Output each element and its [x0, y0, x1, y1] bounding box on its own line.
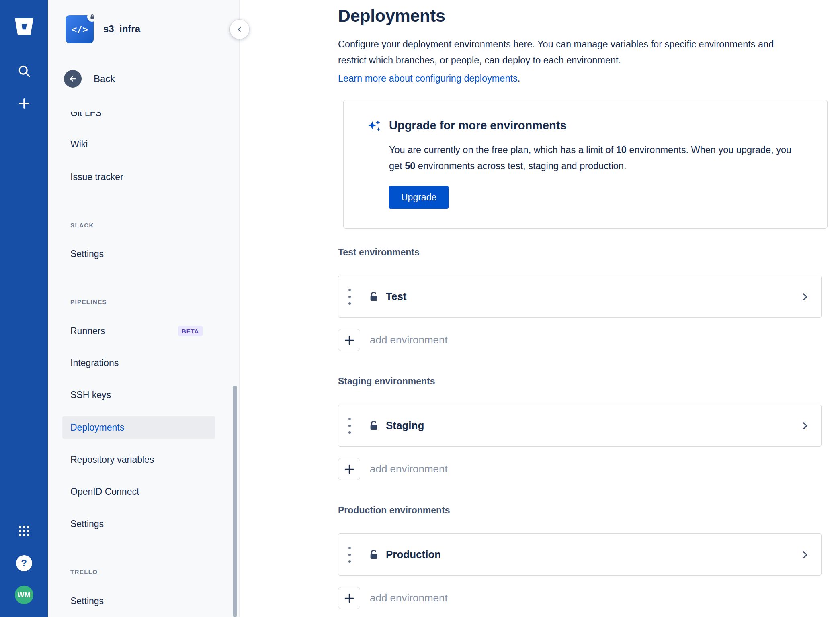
upgraded-limit: 50: [405, 161, 415, 171]
drag-handle-icon[interactable]: [338, 547, 361, 563]
environment-name: Staging: [386, 419, 424, 432]
sidebar-item-label: SSH keys: [70, 390, 111, 400]
back-arrow-icon: [64, 70, 82, 88]
drag-handle-icon[interactable]: [338, 418, 361, 434]
sidebar-item-label: Settings: [70, 596, 104, 607]
chevron-right-icon[interactable]: [799, 550, 810, 560]
sidebar-item-label: Repository variables: [70, 454, 154, 465]
section-header-trello: TRELLO: [70, 566, 98, 578]
upgrade-text-part: environments across test, staging and pr…: [415, 161, 626, 171]
sidebar-item-label: Runners: [70, 326, 105, 337]
learn-more-line: Learn more about configuring deployments…: [338, 73, 840, 84]
upgrade-card-title: Upgrade for more environments: [389, 119, 803, 132]
sidebar-item-label: Settings: [70, 519, 104, 529]
sidebar-item-label: Deployments: [70, 422, 124, 433]
repo-avatar[interactable]: </>: [66, 15, 94, 43]
sidebar-item-label: OpenID Connect: [70, 486, 139, 497]
sidebar-item-label: Settings: [70, 249, 104, 259]
add-environment-label: add environment: [370, 463, 448, 475]
section-label-staging: Staging environments: [338, 376, 840, 387]
environment-row-production[interactable]: Production: [338, 533, 822, 576]
repo-name: s3_infra: [103, 23, 140, 35]
sidebar-nav: Git LFS Wiki Issue tracker SLACK Setting…: [48, 112, 239, 617]
bitbucket-logo-icon[interactable]: [11, 14, 37, 39]
chevron-right-icon[interactable]: [799, 292, 810, 302]
private-lock-icon: [87, 12, 97, 22]
environment-row-staging[interactable]: Staging: [338, 405, 822, 447]
back-button[interactable]: Back: [64, 70, 115, 88]
create-plus-icon[interactable]: [14, 94, 34, 113]
add-environment-label: add environment: [370, 334, 448, 346]
environment-row-test[interactable]: Test: [338, 276, 822, 318]
upgrade-card: Upgrade for more environments You are cu…: [343, 100, 828, 229]
learn-more-period: .: [518, 73, 520, 84]
app-bar: ? WM: [0, 0, 48, 617]
premium-sparkle-icon: [366, 118, 382, 136]
free-plan-limit: 10: [616, 145, 627, 155]
user-avatar[interactable]: WM: [15, 586, 33, 604]
repo-avatar-code-glyph: </>: [71, 24, 88, 35]
unlock-icon: [368, 549, 380, 561]
add-environment-label: add environment: [370, 592, 448, 604]
learn-more-link[interactable]: Learn more about configuring deployments: [338, 73, 518, 84]
back-label: Back: [94, 73, 115, 84]
plus-icon: [338, 329, 360, 351]
main-content: Deployments Configure your deployment en…: [240, 0, 840, 617]
page-title: Deployments: [338, 6, 840, 26]
chevron-right-icon[interactable]: [799, 421, 810, 431]
upgrade-card-description: You are currently on the free plan, whic…: [389, 142, 795, 174]
upgrade-text-part: You are currently on the free plan, whic…: [389, 145, 616, 155]
sidebar-item-ssh-keys[interactable]: SSH keys: [62, 384, 215, 406]
search-icon[interactable]: [14, 61, 34, 81]
help-question-glyph: ?: [16, 555, 32, 571]
section-label-production: Production environments: [338, 505, 840, 516]
section-label-test: Test environments: [338, 247, 840, 258]
beta-badge: BETA: [178, 326, 203, 336]
drag-handle-icon[interactable]: [338, 289, 361, 305]
add-environment-button-test[interactable]: add environment: [338, 329, 448, 351]
sidebar-scrollbar[interactable]: [233, 386, 237, 617]
sidebar-item-integrations[interactable]: Integrations: [62, 351, 215, 374]
collapse-sidebar-button[interactable]: [230, 20, 249, 39]
sidebar-item-label: Issue tracker: [70, 172, 123, 182]
page-description: Configure your deployment environments h…: [338, 36, 784, 68]
sidebar: </> s3_infra Back Git LFS Wiki Issue tra…: [48, 0, 240, 617]
environment-name: Test: [386, 290, 407, 303]
unlock-icon: [368, 291, 380, 303]
unlock-icon: [368, 420, 380, 432]
section-header-pipelines: PIPELINES: [70, 296, 107, 308]
upgrade-button[interactable]: Upgrade: [389, 186, 449, 209]
sidebar-item-slack-settings[interactable]: Settings: [62, 243, 215, 265]
sidebar-item-wiki[interactable]: Wiki: [62, 133, 215, 155]
sidebar-item-trello-settings[interactable]: Settings: [62, 590, 215, 612]
sidebar-item-git-lfs[interactable]: Git LFS: [62, 112, 215, 124]
app-switcher-grid-icon[interactable]: [14, 521, 34, 541]
sidebar-item-issue-tracker[interactable]: Issue tracker: [62, 165, 215, 188]
sidebar-item-runners[interactable]: Runners BETA: [62, 320, 215, 342]
sidebar-item-pipelines-settings[interactable]: Settings: [62, 513, 215, 535]
add-environment-button-staging[interactable]: add environment: [338, 458, 448, 480]
sidebar-item-deployments[interactable]: Deployments: [62, 416, 215, 439]
sidebar-item-label: Git LFS: [70, 112, 102, 118]
sidebar-item-label: Integrations: [70, 358, 119, 368]
add-environment-button-production[interactable]: add environment: [338, 587, 448, 609]
sidebar-item-label: Wiki: [70, 139, 88, 150]
section-header-slack: SLACK: [70, 219, 94, 231]
plus-icon: [338, 587, 360, 609]
sidebar-item-repository-variables[interactable]: Repository variables: [62, 448, 215, 471]
environment-name: Production: [386, 548, 441, 561]
sidebar-item-openid-connect[interactable]: OpenID Connect: [62, 480, 215, 503]
plus-icon: [338, 458, 360, 480]
help-icon[interactable]: ?: [14, 554, 34, 573]
